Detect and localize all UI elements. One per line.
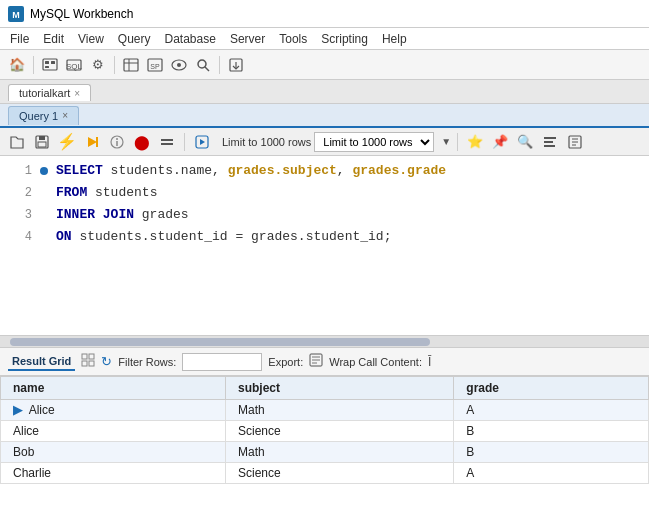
config-icon[interactable]: ⚙ <box>87 54 109 76</box>
sql-keyword-inner-join: INNER JOIN <box>56 204 134 226</box>
menu-query[interactable]: Query <box>112 30 157 48</box>
svg-point-14 <box>177 63 181 67</box>
menu-help[interactable]: Help <box>376 30 413 48</box>
wrap-icon[interactable]: Ī <box>428 355 431 369</box>
search-db-icon[interactable] <box>192 54 214 76</box>
svg-rect-8 <box>124 59 138 71</box>
cell-subject-2: Science <box>225 421 453 442</box>
line-num-1: 1 <box>8 160 32 182</box>
svg-rect-31 <box>544 137 556 139</box>
col-header-grade: grade <box>454 377 649 400</box>
menu-scripting[interactable]: Scripting <box>315 30 374 48</box>
col-header-subject: subject <box>225 377 453 400</box>
table-icon[interactable] <box>120 54 142 76</box>
import-icon[interactable] <box>225 54 247 76</box>
cell-subject-3: Math <box>225 442 453 463</box>
execute-current-icon[interactable] <box>81 131 103 153</box>
svg-rect-20 <box>39 136 45 140</box>
filter-rows-input[interactable] <box>182 353 262 371</box>
refresh-icon[interactable]: ↻ <box>101 354 112 369</box>
svg-marker-30 <box>200 139 205 145</box>
query-tab-close[interactable]: × <box>62 110 68 121</box>
limit-select[interactable]: Limit to 1000 rows Limit to 200 rows Don… <box>314 132 434 152</box>
zoom-icon[interactable]: 🔍 <box>514 131 536 153</box>
svg-line-16 <box>205 67 209 71</box>
wrap-label: Wrap Call Content: <box>329 356 422 368</box>
svg-text:M: M <box>12 10 20 20</box>
hscroll-thumb[interactable] <box>10 338 430 346</box>
table-row[interactable]: ▶ Alice Math A <box>1 400 649 421</box>
svg-rect-21 <box>38 142 46 147</box>
app-title: MySQL Workbench <box>30 7 133 21</box>
view-icon[interactable] <box>168 54 190 76</box>
svg-rect-28 <box>161 143 173 145</box>
open-schema-icon[interactable]: SQL <box>63 54 85 76</box>
sql-line-3: 3 INNER JOIN grades <box>0 204 649 226</box>
menu-view[interactable]: View <box>72 30 110 48</box>
new-schema-icon[interactable] <box>39 54 61 76</box>
menu-database[interactable]: Database <box>159 30 222 48</box>
svg-rect-23 <box>96 137 98 147</box>
query-tab[interactable]: Query 1 × <box>8 106 79 125</box>
format-icon[interactable] <box>539 131 561 153</box>
connection-tab-close[interactable]: × <box>74 88 80 99</box>
result-table: name subject grade ▶ Alice Math A Alice … <box>0 376 649 484</box>
explain-icon[interactable] <box>106 131 128 153</box>
export-icon[interactable] <box>309 353 323 370</box>
connection-tab-label: tutorialkart <box>19 87 70 99</box>
menu-edit[interactable]: Edit <box>37 30 70 48</box>
cell-name-2: Alice <box>1 421 226 442</box>
svg-rect-27 <box>161 139 173 141</box>
sql-text-2: students <box>87 182 157 204</box>
row-arrow-icon: ▶ <box>13 403 22 417</box>
toolbar-sep-4 <box>184 133 185 151</box>
home-icon[interactable]: 🏠 <box>6 54 28 76</box>
pin-icon[interactable]: 📌 <box>489 131 511 153</box>
sql-text-4: students.student_id = grades.student_id; <box>72 226 392 248</box>
menu-server[interactable]: Server <box>224 30 271 48</box>
svg-rect-32 <box>544 141 553 143</box>
app-icon: M <box>8 6 24 22</box>
query-tab-label: Query 1 <box>19 110 58 122</box>
menu-tools[interactable]: Tools <box>273 30 313 48</box>
horizontal-scrollbar[interactable] <box>0 336 649 348</box>
sql-text-1a: students.name, <box>103 160 228 182</box>
cell-grade-4: A <box>454 463 649 484</box>
svg-marker-22 <box>88 137 97 147</box>
run-context-icon[interactable] <box>191 131 213 153</box>
menu-file[interactable]: File <box>4 30 35 48</box>
table-row[interactable]: Charlie Science A <box>1 463 649 484</box>
save-file-icon[interactable] <box>31 131 53 153</box>
connection-tab[interactable]: tutorialkart × <box>8 84 91 101</box>
sql-editor[interactable]: 1 SELECT students.name, grades.subject ,… <box>0 156 649 336</box>
sql-keyword-select: SELECT <box>56 160 103 182</box>
cell-grade-3: B <box>454 442 649 463</box>
result-grid-tab[interactable]: Result Grid <box>8 353 75 371</box>
svg-rect-38 <box>82 354 87 359</box>
col-header-name: name <box>1 377 226 400</box>
result-table-container[interactable]: name subject grade ▶ Alice Math A Alice … <box>0 376 649 522</box>
line-num-4: 4 <box>8 226 32 248</box>
svg-text:SQL: SQL <box>66 62 82 71</box>
cell-name-3: Bob <box>1 442 226 463</box>
export-results-icon[interactable] <box>564 131 586 153</box>
procedure-icon[interactable]: SP <box>144 54 166 76</box>
svg-rect-5 <box>45 66 49 68</box>
editor-query-toolbar: ⚡ ⬤ Limit to 1000 rows Limit to 1000 row… <box>0 128 649 156</box>
toggle-icon[interactable] <box>156 131 178 153</box>
limit-label: Limit to 1000 rows <box>222 136 311 148</box>
cell-name-4: Charlie <box>1 463 226 484</box>
table-row[interactable]: Bob Math B <box>1 442 649 463</box>
star-icon[interactable]: ⭐ <box>464 131 486 153</box>
cell-subject-4: Science <box>225 463 453 484</box>
svg-rect-2 <box>43 59 57 70</box>
title-bar: M MySQL Workbench <box>0 0 649 28</box>
table-row[interactable]: Alice Science B <box>1 421 649 442</box>
stop-icon[interactable]: ⬤ <box>131 131 153 153</box>
filter-rows-label: Filter Rows: <box>118 356 176 368</box>
grid-options-icon[interactable] <box>81 353 95 370</box>
execute-icon[interactable]: ⚡ <box>56 131 78 153</box>
open-file-icon[interactable] <box>6 131 28 153</box>
sql-text-1b: , <box>337 160 353 182</box>
cell-subject-1: Math <box>225 400 453 421</box>
